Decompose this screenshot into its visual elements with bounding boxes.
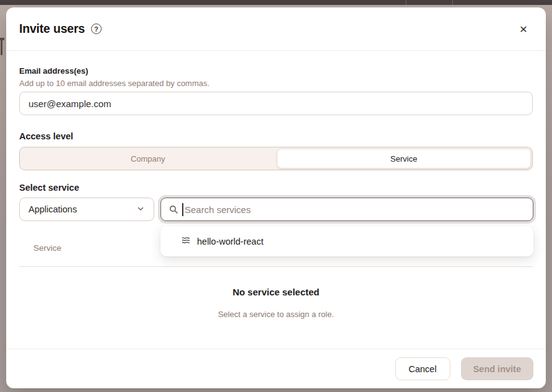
email-input[interactable]	[19, 92, 533, 115]
screen: Invite users ? × Email address(es) Add u…	[0, 0, 552, 392]
cancel-button[interactable]: Cancel	[395, 357, 450, 380]
service-type-value: Applications	[28, 204, 77, 214]
send-invite-button[interactable]: Send invite	[461, 357, 533, 380]
topbar-separator	[452, 0, 453, 5]
search-result-item[interactable]: hello-world-react	[160, 226, 533, 256]
stack-icon	[181, 235, 191, 247]
close-icon: ×	[520, 22, 527, 35]
email-helper-text: Add up to 10 email addresses separated b…	[19, 79, 209, 88]
search-results-dropdown: hello-world-react	[160, 226, 533, 256]
service-search-input[interactable]	[161, 198, 533, 220]
invite-users-modal: Invite users ? × Email address(es) Add u…	[6, 7, 546, 388]
text-cursor	[182, 203, 183, 216]
empty-state-subtitle: Select a service to assign a role.	[6, 310, 546, 319]
close-button[interactable]: ×	[514, 20, 533, 38]
select-service-label: Select service	[19, 183, 79, 193]
service-search-box[interactable]	[160, 198, 533, 221]
chevron-down-icon	[136, 204, 146, 216]
modal-footer: Cancel Send invite	[6, 349, 546, 388]
service-column-header: Service	[33, 243, 61, 253]
help-icon[interactable]: ?	[91, 24, 102, 34]
segment-company[interactable]: Company	[20, 147, 276, 170]
background-page-topbar	[0, 0, 552, 5]
access-level-label: Access level	[19, 131, 73, 141]
segment-service[interactable]: Service	[277, 149, 532, 168]
empty-state-title: No service selected	[6, 287, 546, 297]
service-type-select[interactable]: Applications	[19, 198, 154, 221]
email-label: Email address(es)	[19, 66, 88, 76]
access-level-segmented-control: Company Service	[19, 147, 533, 170]
background-page-partial-text	[1, 40, 2, 55]
modal-header: Invite users ? ×	[6, 7, 546, 51]
table-divider	[19, 266, 533, 267]
search-result-label: hello-world-react	[197, 237, 263, 246]
topbar-separator	[406, 0, 406, 5]
modal-title: Invite users	[19, 22, 85, 36]
